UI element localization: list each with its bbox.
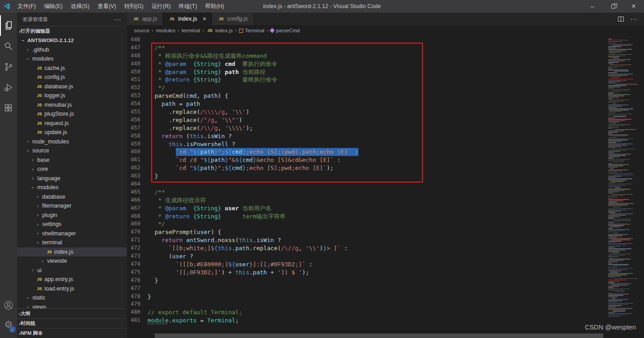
- split-editor-icon[interactable]: [618, 17, 624, 22]
- code-line-451[interactable]: 451 * @return {String} 最终执行命令: [127, 76, 605, 84]
- search-icon[interactable]: [0, 36, 17, 56]
- tab-config.js[interactable]: JSconfig.js: [212, 13, 254, 25]
- tree-item-filemanager[interactable]: ›filemanager: [17, 201, 127, 211]
- tree-item-modules[interactable]: ›modules: [17, 54, 127, 64]
- tree-item-modules[interactable]: ›modules: [17, 183, 127, 192]
- tree-item-ui[interactable]: ›ui: [17, 266, 127, 275]
- code-line-448[interactable]: 448 * 根据执行命令&&路径生成最终command: [127, 52, 605, 60]
- code-line-475[interactable]: 475 '[[;0F93D2;]') + this.path + ']) $ '…: [127, 269, 605, 277]
- tree-item-settings[interactable]: ›settings: [17, 220, 127, 229]
- menu-item[interactable]: 帮助(H): [201, 0, 228, 13]
- code-line-449[interactable]: 449 * @param {String} cmd 要执行的命令: [127, 60, 605, 68]
- code-line-452[interactable]: 452 */: [127, 84, 605, 92]
- code-line-457[interactable]: 457 .replace(/\\/g, '\\\\');: [127, 124, 605, 132]
- code-line-460[interactable]: 460 `cd "${path}";${cmd};echo [S];(pwd).…: [127, 148, 605, 156]
- code-line-472[interactable]: 472 `[[b;white;]${this.path.replace(/\//…: [127, 244, 605, 252]
- tree-item-logger.js[interactable]: JSlogger.js: [17, 91, 127, 100]
- tree-item-shellmanager[interactable]: ›shellmanager: [17, 229, 127, 238]
- code-editor[interactable]: 446447 /**448 * 根据执行命令&&路径生成最终command449…: [127, 36, 605, 334]
- tree-item-cache.js[interactable]: JScache.js: [17, 64, 127, 73]
- code-line-454[interactable]: 454 path = path: [127, 100, 605, 108]
- code-line-469[interactable]: 469 */: [127, 220, 605, 228]
- tree-item-ANTSWORD-2.1.12[interactable]: ›ANTSWORD-2.1.12: [17, 36, 127, 45]
- sidebar-section-NPM 脚本[interactable]: ›NPM 脚本: [17, 328, 127, 338]
- tab-app.js[interactable]: JSapp.js: [127, 13, 163, 25]
- tree-item-language[interactable]: ›language: [17, 174, 127, 183]
- code-line-455[interactable]: 455 .replace(/\\\\/g, '\\'): [127, 108, 605, 116]
- tree-item-static[interactable]: ›static: [17, 293, 127, 303]
- tree-item-.github[interactable]: ›.github: [17, 45, 127, 55]
- tree-item-plugin[interactable]: ›plugin: [17, 211, 127, 220]
- breadcrumb-item-Terminal[interactable]: Terminal: [239, 28, 264, 33]
- minimap[interactable]: [605, 36, 638, 334]
- code-line-470[interactable]: 470 parsePrompt(user) {: [127, 228, 605, 236]
- code-line-447[interactable]: 447 /**: [127, 44, 605, 52]
- code-line-478[interactable]: 478}: [127, 293, 605, 301]
- code-line-456[interactable]: 456 .replace(/"/g, '\\"'): [127, 116, 605, 124]
- menu-item[interactable]: 转到(G): [120, 0, 148, 13]
- code-line-466[interactable]: 466 * 生成路径提示符: [127, 196, 605, 204]
- run-debug-icon[interactable]: [0, 77, 17, 98]
- code-line-446[interactable]: 446: [127, 36, 605, 44]
- breadcrumb-item-index.js[interactable]: JSindex.js: [206, 28, 233, 33]
- restore-button[interactable]: [603, 0, 623, 13]
- tree-item-update.js[interactable]: JSupdate.js: [17, 128, 127, 137]
- code-line-462[interactable]: 462 `cd "${path}";${cmd};echo [S];pwd;ec…: [127, 164, 605, 172]
- code-line-477[interactable]: 477: [127, 285, 605, 293]
- code-line-458[interactable]: 458 return (this.isWin ?: [127, 132, 605, 140]
- tree-item-plugStore.js[interactable]: JSplugStore.js: [17, 109, 127, 119]
- code-line-464[interactable]: 464: [127, 180, 605, 188]
- tree-item-config.js[interactable]: JSconfig.js: [17, 73, 127, 82]
- tab-close-icon[interactable]: ×: [203, 15, 206, 22]
- explorer-icon[interactable]: [0, 15, 17, 36]
- code-line-450[interactable]: 450 * @param {String} path 当前路径: [127, 68, 605, 76]
- tree-item-viewsite[interactable]: ›viewsite: [17, 256, 127, 266]
- menu-item[interactable]: 编辑(E): [40, 0, 67, 13]
- code-line-473[interactable]: 473 (user ?: [127, 252, 605, 260]
- tab-index.js[interactable]: JSindex.js×: [163, 13, 212, 25]
- menu-item[interactable]: 查看(V): [93, 0, 120, 13]
- breadcrumb-item-terminal[interactable]: terminal: [182, 28, 200, 33]
- tree-item-base[interactable]: ›base: [17, 156, 127, 165]
- menu-item[interactable]: 文件(F): [13, 0, 40, 13]
- account-icon[interactable]: [0, 296, 17, 315]
- code-line-480[interactable]: 480// export default Terminal;: [127, 308, 605, 316]
- settings-gear-icon[interactable]: ⚙ 1: [0, 315, 17, 334]
- editor-more-actions-icon[interactable]: ···: [630, 15, 638, 22]
- code-line-479[interactable]: 479: [127, 300, 605, 308]
- tree-item-source[interactable]: ›source: [17, 146, 127, 156]
- menu-item[interactable]: 运行(R): [148, 0, 174, 13]
- close-button[interactable]: ×: [623, 0, 644, 13]
- code-line-476[interactable]: 476 }: [127, 277, 605, 285]
- breadcrumb-item-source[interactable]: source: [134, 28, 150, 33]
- open-editors-section[interactable]: › 打开的编辑器: [17, 26, 127, 36]
- code-line-459[interactable]: 459 this.isPowershell ?: [127, 140, 605, 148]
- tree-item-views[interactable]: ›views: [17, 303, 127, 309]
- tree-item-terminal[interactable]: ›terminal: [17, 238, 127, 247]
- minimize-button[interactable]: –: [582, 0, 603, 13]
- extensions-icon[interactable]: [0, 98, 17, 118]
- code-line-453[interactable]: 453 parseCmd(cmd, path) {: [127, 92, 605, 100]
- tree-item-load.entry.js[interactable]: JSload.entry.js: [17, 284, 127, 294]
- code-line-463[interactable]: 463 }: [127, 172, 605, 180]
- sidebar-section-大纲[interactable]: ›大纲: [17, 308, 127, 318]
- code-line-467[interactable]: 467 * @param {String} user 当前用户名: [127, 204, 605, 212]
- menu-item[interactable]: 选择(S): [67, 0, 94, 13]
- horizontal-scrollbar-slider[interactable]: [155, 334, 603, 338]
- tree-item-index.js[interactable]: JSindex.js: [17, 247, 127, 257]
- tree-item-node_modules[interactable]: ›node_modules: [17, 137, 127, 147]
- tree-item-request.js[interactable]: JSrequest.js: [17, 119, 127, 128]
- code-line-465[interactable]: 465 /**: [127, 188, 605, 196]
- code-line-471[interactable]: 471 return antSword.noxss(this.isWin ?: [127, 236, 605, 244]
- code-line-461[interactable]: 461 `cd /d "${path}"&${cmd}&echo [S]&cd&…: [127, 156, 605, 164]
- sidebar-section-时间线[interactable]: ›时间线: [17, 318, 127, 328]
- menu-item[interactable]: 终端(T): [174, 0, 201, 13]
- breadcrumb-item-parseCmd[interactable]: parseCmd: [270, 28, 300, 33]
- tree-item-app.entry.js[interactable]: JSapp.entry.js: [17, 275, 127, 284]
- code-line-474[interactable]: 474 `([[b;#E80000;]${user}]:[[;#0F93D2;]…: [127, 260, 605, 269]
- breadcrumb-item-modules[interactable]: modules: [156, 28, 175, 33]
- tree-item-menubar.js[interactable]: JSmenubar.js: [17, 100, 127, 110]
- source-control-icon[interactable]: [0, 56, 17, 77]
- sidebar-more-actions[interactable]: ···: [114, 16, 122, 23]
- code-line-468[interactable]: 468 * @return {String} term输出字符串: [127, 212, 605, 221]
